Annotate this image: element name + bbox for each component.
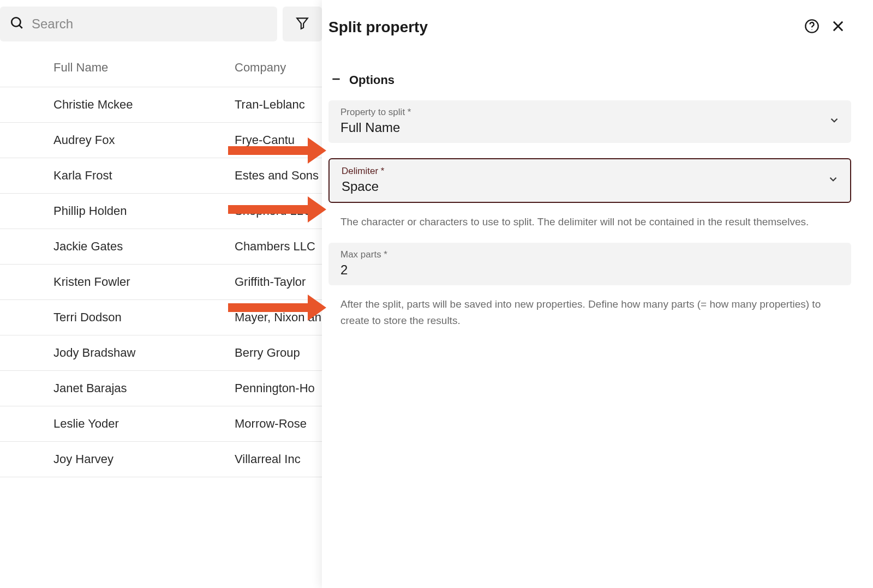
cell-full-name: Kristen Fowler: [53, 275, 235, 289]
panel-header: Split property: [328, 0, 851, 57]
left-pane: Full Name Company Christie MckeeTran-Leb…: [0, 0, 322, 588]
cell-full-name: Leslie Yoder: [53, 417, 235, 431]
cell-company: Pennington-Ho: [235, 381, 322, 395]
delimiter-help: The character or characters to use to sp…: [328, 209, 851, 243]
cell-full-name: Audrey Fox: [53, 133, 235, 147]
side-panel: Split property Op: [322, 0, 873, 588]
close-icon: [830, 19, 846, 37]
table-row[interactable]: Jody BradshawBerry Group: [0, 335, 322, 371]
cell-company: Tran-Leblanc: [235, 98, 322, 112]
cell-company: Berry Group: [235, 346, 322, 360]
cell-company: Villarreal Inc: [235, 452, 322, 466]
filter-icon: [295, 16, 309, 33]
cell-full-name: Phillip Holden: [53, 204, 235, 218]
search-box[interactable]: [0, 7, 277, 41]
help-icon: [804, 19, 820, 37]
table-row[interactable]: Kristen FowlerGriffith-Taylor: [0, 265, 322, 300]
delimiter-label: Delimiter *: [342, 166, 838, 177]
cell-company: Griffith-Taylor: [235, 275, 322, 289]
property-label: Property to split *: [340, 107, 839, 118]
column-header-company[interactable]: Company: [235, 61, 322, 75]
cell-full-name: Janet Barajas: [53, 381, 235, 395]
cell-company: Frye-Cantu: [235, 133, 322, 147]
section-title: Options: [349, 73, 394, 87]
cell-full-name: Jody Bradshaw: [53, 346, 235, 360]
max-parts-value: 2: [340, 262, 839, 278]
property-value: Full Name: [340, 120, 839, 135]
cell-full-name: Jackie Gates: [53, 239, 235, 254]
collapse-icon: [331, 74, 342, 87]
cell-full-name: Christie Mckee: [53, 98, 235, 112]
table-row[interactable]: Leslie YoderMorrow-Rose: [0, 406, 322, 442]
cell-full-name: Joy Harvey: [53, 452, 235, 466]
table-body: Christie MckeeTran-LeblancAudrey FoxFrye…: [0, 87, 322, 477]
svg-point-0: [11, 17, 20, 26]
table-row[interactable]: Joy HarveyVillarreal Inc: [0, 442, 322, 477]
delimiter-field[interactable]: Delimiter * Space: [328, 158, 851, 203]
table-header: Full Name Company: [0, 48, 322, 87]
table-row[interactable]: Karla FrostEstes and Sons: [0, 158, 322, 194]
max-parts-field[interactable]: Max parts * 2: [328, 243, 851, 285]
column-header-name[interactable]: Full Name: [53, 61, 235, 75]
table-row[interactable]: Christie MckeeTran-Leblanc: [0, 87, 322, 123]
cell-full-name: Terri Dodson: [53, 310, 235, 325]
cell-company: Shepherd LLC: [235, 204, 322, 218]
cell-company: Estes and Sons: [235, 169, 322, 183]
cell-company: Morrow-Rose: [235, 417, 322, 431]
panel-title: Split property: [328, 19, 799, 36]
svg-marker-2: [297, 18, 308, 29]
cell-full-name: Karla Frost: [53, 169, 235, 183]
search-icon: [10, 16, 24, 33]
chevron-down-icon: [828, 115, 840, 129]
cell-company: Mayer, Nixon and: [235, 310, 322, 325]
table-row[interactable]: Phillip HoldenShepherd LLC: [0, 194, 322, 229]
help-button[interactable]: [799, 14, 825, 40]
toolbar: [0, 0, 322, 48]
svg-line-1: [19, 25, 22, 28]
section-header[interactable]: Options: [328, 57, 851, 100]
data-table: Full Name Company Christie MckeeTran-Leb…: [0, 48, 322, 477]
search-input[interactable]: [32, 16, 267, 32]
chevron-down-icon: [827, 173, 839, 188]
svg-point-4: [811, 29, 812, 29]
table-row[interactable]: Audrey FoxFrye-Cantu: [0, 123, 322, 158]
table-row[interactable]: Terri DodsonMayer, Nixon and: [0, 300, 322, 335]
max-parts-help: After the split, parts will be saved int…: [328, 292, 851, 341]
table-row[interactable]: Jackie GatesChambers LLC: [0, 229, 322, 265]
delimiter-value: Space: [342, 179, 838, 194]
close-button[interactable]: [825, 14, 851, 40]
table-row[interactable]: Janet BarajasPennington-Ho: [0, 371, 322, 406]
cell-company: Chambers LLC: [235, 239, 322, 254]
property-to-split-field[interactable]: Property to split * Full Name: [328, 100, 851, 143]
filter-button[interactable]: [283, 7, 322, 41]
max-parts-label: Max parts *: [340, 249, 839, 260]
